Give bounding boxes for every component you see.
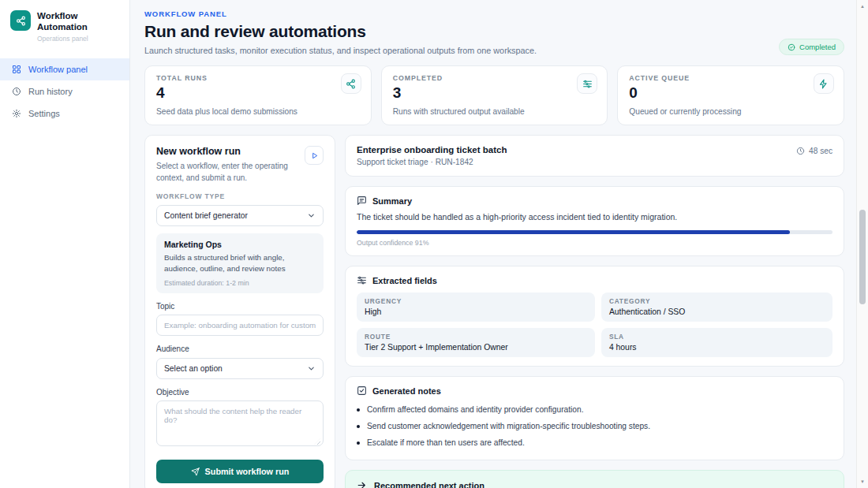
audience-select[interactable]: Select an option (156, 358, 324, 379)
chevron-down-icon (307, 211, 316, 220)
extracted-fields-header: Extracted fields (357, 275, 832, 285)
confidence-label: Output confidence 91% (357, 239, 832, 247)
recommended-next-action-card: Recommended next action Assign to Tier 2… (345, 470, 844, 488)
generated-notes-list: Confirm affected domains and identity pr… (357, 401, 832, 451)
run-title: Enterprise onboarding ticket batch (357, 145, 507, 155)
sidebar-item-label: Run history (28, 87, 73, 96)
workflow-type-value: Content brief generator (164, 211, 248, 220)
summary-text: The ticket should be handled as a high-p… (357, 212, 832, 222)
stat-label: COMPLETED (393, 74, 597, 82)
sidebar-nav: Workflow panel Run history Settings (0, 58, 129, 125)
sidebar-item-label: Workflow panel (28, 65, 88, 74)
run-duration-value: 48 sec (809, 147, 832, 155)
check-square-icon (357, 386, 367, 396)
field-urgency: URGENCY High (357, 292, 595, 322)
arrow-right-icon (357, 480, 367, 488)
note-text: Confirm affected domains and identity pr… (367, 405, 583, 414)
generated-notes-card: Generated notes Confirm affected domains… (345, 376, 844, 460)
new-workflow-run-card: New workflow run Select a workflow, ente… (144, 135, 335, 488)
topic-input[interactable] (156, 315, 324, 336)
field-value: Authentication / SSO (609, 307, 825, 316)
sidebar-item-label: Settings (28, 109, 60, 118)
extracted-fields-card: Extracted fields URGENCY High CATEGORY A… (345, 266, 844, 367)
chevron-down-icon (307, 364, 316, 373)
sliders-icon (577, 73, 597, 94)
send-icon (191, 468, 200, 476)
status-badge-label: Completed (799, 43, 836, 51)
confidence-progress-fill (357, 230, 790, 234)
objective-textarea[interactable] (156, 400, 324, 446)
field-label: CATEGORY (609, 297, 825, 305)
generated-notes-title: Generated notes (372, 386, 441, 396)
grid-icon (12, 65, 21, 74)
workflow-info-description: Builds a structured brief with angle, au… (164, 252, 316, 274)
field-category: CATEGORY Authentication / SSO (601, 292, 832, 322)
note-item: Send customer acknowledgement with migra… (357, 418, 832, 434)
stat-card-total-runs: TOTAL RUNS 4 Seed data plus local demo s… (144, 65, 372, 125)
main-content: WORKFLOW PANEL Run and review automation… (130, 0, 856, 488)
extracted-fields-title: Extracted fields (372, 276, 437, 285)
field-route: ROUTE Tier 2 Support + Implementation Ow… (357, 328, 595, 357)
objective-label: Objective (156, 388, 324, 397)
field-label: SLA (609, 333, 825, 341)
sliders-icon (357, 275, 367, 285)
workflow-info-box: Marketing Ops Builds a structured brief … (156, 233, 324, 293)
field-value: High (365, 307, 587, 316)
summary-title: Summary (372, 196, 412, 206)
form-header: New workflow run Select a workflow, ente… (156, 146, 324, 184)
clock-icon (796, 147, 805, 155)
message-icon (357, 196, 367, 206)
audience-label: Audience (156, 345, 324, 353)
note-item: Confirm affected domains and identity pr… (357, 401, 832, 418)
page-header: WORKFLOW PANEL Run and review automation… (144, 9, 844, 55)
app-subtitle: Operations panel (37, 35, 119, 43)
run-duration: 48 sec (796, 147, 832, 155)
scroll-up-arrow[interactable]: ▲ (857, 4, 868, 9)
content-columns: New workflow run Select a workflow, ente… (144, 135, 844, 488)
topic-label: Topic (156, 302, 324, 311)
sidebar: Workflow Automation Operations panel Wor… (0, 0, 130, 488)
brand-text: Workflow Automation Operations panel (37, 10, 119, 43)
workflow-info-duration: Estimated duration: 1-2 min (164, 279, 316, 287)
bullet-dot (357, 441, 360, 445)
page-eyebrow: WORKFLOW PANEL (144, 9, 537, 18)
objective-textarea-wrap (156, 397, 324, 449)
status-badge: Completed (779, 39, 844, 55)
stat-label: ACTIVE QUEUE (629, 74, 832, 82)
workflow-type-label: WORKFLOW TYPE (156, 192, 324, 200)
form-title: New workflow run (156, 146, 292, 157)
note-item: Escalate if more than ten users are affe… (357, 434, 832, 451)
scrollbar-thumb[interactable] (859, 210, 866, 304)
stat-description: Queued or currently processing (629, 107, 832, 116)
workflow-info-name: Marketing Ops (164, 240, 316, 249)
bullet-dot (357, 425, 360, 428)
workflow-type-select[interactable]: Content brief generator (156, 205, 324, 226)
stat-value: 3 (393, 84, 597, 102)
run-subtitle: Support ticket triage · RUN-1842 (357, 158, 507, 166)
workflow-icon (341, 73, 361, 94)
vertical-scrollbar[interactable]: ▲ ▼ (856, 0, 868, 488)
scroll-down-arrow[interactable]: ▼ (857, 479, 868, 484)
check-circle-icon (788, 43, 795, 51)
play-icon (310, 151, 319, 160)
run-header-text: Enterprise onboarding ticket batch Suppo… (357, 145, 507, 166)
submit-workflow-run-button[interactable]: Submit workflow run (156, 460, 324, 483)
stats-row: TOTAL RUNS 4 Seed data plus local demo s… (144, 65, 844, 125)
extracted-fields-grid: URGENCY High CATEGORY Authentication / S… (357, 292, 832, 357)
app-window: Workflow Automation Operations panel Wor… (0, 0, 868, 488)
field-value: Tier 2 Support + Implementation Owner (365, 343, 587, 352)
stat-card-active-queue: ACTIVE QUEUE 0 Queued or currently proce… (617, 65, 844, 125)
sidebar-item-workflow-panel[interactable]: Workflow panel (0, 58, 129, 80)
form-description: Select a workflow, enter the operating c… (156, 161, 292, 184)
note-text: Escalate if more than ten users are affe… (367, 438, 525, 447)
app-title: Workflow Automation (37, 10, 119, 33)
sidebar-item-settings[interactable]: Settings (0, 102, 129, 125)
field-label: ROUTE (365, 333, 587, 341)
note-text: Send customer acknowledgement with migra… (367, 422, 650, 430)
run-play-button[interactable] (305, 146, 324, 165)
summary-card: Summary The ticket should be handled as … (345, 186, 844, 256)
stat-value: 4 (156, 84, 360, 102)
page-title: Run and review automations (144, 22, 537, 41)
field-label: URGENCY (365, 297, 587, 305)
sidebar-item-run-history[interactable]: Run history (0, 80, 129, 102)
